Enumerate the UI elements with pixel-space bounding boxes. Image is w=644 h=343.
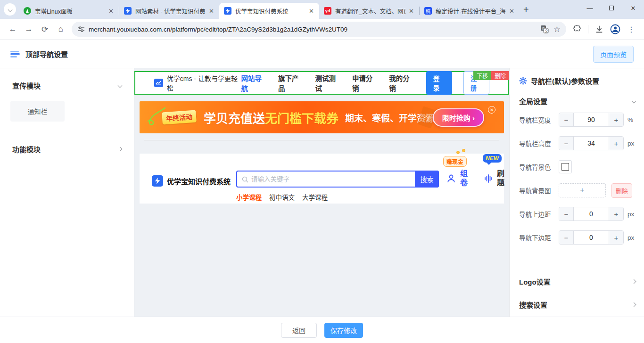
plus-button[interactable]: + <box>609 137 623 150</box>
forward-button[interactable]: → <box>21 21 37 37</box>
color-swatch[interactable] <box>559 160 572 173</box>
login-button[interactable]: 登录 <box>426 71 452 95</box>
zujuan-entry[interactable]: 组卷 <box>447 170 469 188</box>
nav-link[interactable]: 申请分销 <box>352 73 378 93</box>
browser-tab-baota[interactable]: 宝塔Linux面板 ✕ <box>19 3 119 19</box>
maximize-button[interactable] <box>601 0 622 16</box>
browser-tab-youdao[interactable]: yd 有道翻译_文本、文档、网页 ✕ <box>319 3 419 19</box>
translate-icon[interactable]: G文 <box>540 25 549 33</box>
download-icon[interactable] <box>591 21 607 37</box>
nav-margin-bottom-value[interactable]: 0 <box>573 231 609 244</box>
shuati-entry[interactable]: 刷题 <box>484 170 505 188</box>
search-box: 搜索 <box>236 171 439 188</box>
setting-row-nav-bg-color: 导航背景色 <box>519 160 636 174</box>
new-tab-button[interactable]: + <box>523 4 529 15</box>
gear-icon <box>519 77 527 85</box>
search-settings-section[interactable]: 搜索设置 <box>519 293 636 316</box>
nav-link[interactable]: 网站导航 <box>241 73 267 93</box>
section-label: 搜索设置 <box>519 300 547 310</box>
delete-module-button[interactable]: 删除 <box>491 71 509 80</box>
plus-button[interactable]: + <box>609 231 623 244</box>
sidebar-group-function[interactable]: 功能模块 <box>10 140 124 158</box>
address-bar[interactable]: merchant.youxuebao.com.cn/platform/pc/ed… <box>72 22 566 37</box>
global-settings-section[interactable]: 全局设置 <box>519 93 636 113</box>
close-icon[interactable]: ✕ <box>107 8 115 15</box>
section-divider <box>144 140 499 140</box>
sidebar-item-notice-bar[interactable]: 通知栏 <box>10 101 65 122</box>
setting-label: 导航下边距 <box>519 233 559 242</box>
profile-avatar-icon[interactable] <box>607 21 623 37</box>
menu-icon[interactable] <box>10 51 20 57</box>
section-label: Logo设置 <box>519 277 551 286</box>
plus-button[interactable]: + <box>609 113 623 126</box>
search-button[interactable]: 搜索 <box>415 171 439 188</box>
sidebar-group-promo[interactable]: 宣传模块 <box>10 77 124 94</box>
minus-button[interactable]: − <box>559 113 573 126</box>
search-module-logo: 优学宝知识付费系统 <box>152 175 231 187</box>
browser-tab-youxuebao-active[interactable]: 优学宝知识付费系统 ✕ <box>219 3 319 19</box>
back-button[interactable]: ← <box>5 21 21 37</box>
coin-icon <box>456 151 460 154</box>
move-down-button[interactable]: 下移 <box>473 71 491 80</box>
tab-title: 网站素材 - 优学宝知识付费系 <box>135 7 206 16</box>
gaoding-icon: 稿 <box>424 7 432 15</box>
search-icon <box>242 176 248 183</box>
page-preview-button[interactable]: 页面预览 <box>593 46 634 63</box>
browser-tab-gaoding[interactable]: 稿 稿定设计-在线设计平台_海报 ✕ <box>420 3 520 19</box>
plus-button[interactable]: + <box>609 207 623 220</box>
nav-link[interactable]: 测试测试 <box>315 73 340 93</box>
browser-tabstrip: 宝塔Linux面板 ✕ 网站素材 - 优学宝知识付费系 ✕ 优学宝知识付费系统 … <box>0 0 644 19</box>
tab-title: 宝塔Linux面板 <box>35 7 105 16</box>
minimize-button[interactable]: — <box>579 0 601 16</box>
browser-tab-material[interactable]: 网站素材 - 优学宝知识付费系 ✕ <box>119 3 219 19</box>
setting-label: 导航栏宽度 <box>519 115 559 124</box>
minus-button[interactable]: − <box>559 137 573 150</box>
nav-margin-top-value[interactable]: 0 <box>573 207 609 220</box>
upload-image-button[interactable]: + <box>559 183 606 197</box>
new-badge: NEW <box>483 154 502 163</box>
home-button[interactable]: ⌂ <box>53 21 69 37</box>
unit-label: px <box>627 234 634 241</box>
close-icon[interactable]: ✕ <box>508 8 516 15</box>
search-input[interactable] <box>237 172 415 187</box>
minus-button[interactable]: − <box>559 231 573 244</box>
close-icon[interactable]: ✕ <box>207 8 215 15</box>
url-text[interactable]: merchant.youxuebao.com.cn/platform/pc/ed… <box>89 26 536 33</box>
hotword[interactable]: 小学课程 <box>236 192 262 202</box>
logo-settings-section[interactable]: Logo设置 <box>519 270 636 293</box>
tab-search-button[interactable] <box>4 3 16 16</box>
back-button[interactable]: 返回 <box>281 323 317 338</box>
banner-cta-button[interactable]: 限时抢购 › <box>433 108 484 127</box>
save-button[interactable]: 保存修改 <box>324 323 363 338</box>
page-title: 顶部导航设置 <box>25 49 68 59</box>
close-icon[interactable]: ✕ <box>407 8 415 15</box>
search-hotwords: 小学课程 初中语文 大学课程 <box>236 192 328 202</box>
delete-bg-image-button[interactable]: 删除 <box>611 183 632 198</box>
nav-margin-top-stepper: − 0 + <box>559 207 624 221</box>
close-icon[interactable]: ✕ <box>307 8 315 15</box>
nav-link[interactable]: 我的分销 <box>389 73 414 93</box>
window-close-button[interactable]: ✕ <box>622 0 644 16</box>
nav-module-selected[interactable]: 下移 删除 优学cms - 让教与学更轻松 网站导航 旗下产品 测试测试 申请分… <box>134 71 509 95</box>
toolbar-right: ⋮ <box>569 21 639 37</box>
chevron-down-icon <box>8 7 12 12</box>
panel-gap <box>519 254 636 270</box>
svg-text:文: 文 <box>545 29 548 33</box>
banner-close-icon[interactable]: ✕ <box>488 106 495 114</box>
setting-label: 导航背景色 <box>519 162 559 172</box>
hotword[interactable]: 大学课程 <box>302 192 328 202</box>
extensions-icon[interactable] <box>569 21 585 37</box>
unit-label: px <box>627 140 634 147</box>
nav-height-value[interactable]: 34 <box>573 137 609 150</box>
nav-link[interactable]: 旗下产品 <box>278 73 304 93</box>
nav-title-section[interactable]: 导航标题 <box>519 316 636 317</box>
module-sidebar: 宣传模块 通知栏 功能模块 <box>0 68 134 317</box>
site-settings-icon[interactable] <box>77 25 85 33</box>
minus-button[interactable]: − <box>559 207 573 220</box>
browser-menu-kebab-icon[interactable]: ⋮ <box>623 21 639 37</box>
bookmark-star-icon[interactable]: ☆ <box>553 24 561 34</box>
reload-button[interactable]: ⟳ <box>37 21 53 37</box>
hotword[interactable]: 初中语文 <box>269 192 295 202</box>
nav-width-value[interactable]: 90 <box>573 113 609 126</box>
promo-banner[interactable]: 年终活动 学贝充值送无门槛下载券 期末、寒假、开学资源随便下 券 限时抢购 › … <box>140 101 504 133</box>
